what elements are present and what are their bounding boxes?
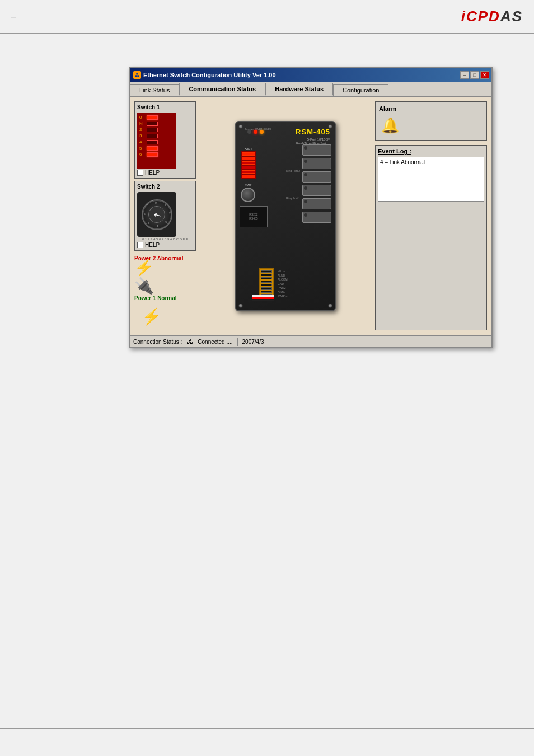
sw1-led-6: [147, 152, 158, 157]
sw1-led-3: [147, 134, 158, 138]
power1-icon: ⚡: [142, 307, 161, 326]
connection-status: Connected ....: [198, 339, 232, 345]
device-model: RSM-405: [296, 128, 330, 136]
sw1-row-3: 3: [139, 133, 174, 138]
event-entry-0: 4 – Link Abnormal: [380, 159, 482, 165]
switch2-box: Switch 2 0 1 2 3 4 5 6: [134, 181, 196, 251]
device-sw1-box: [241, 151, 256, 179]
sw1-row-n: N: [139, 121, 174, 126]
close-button[interactable]: ✕: [480, 71, 489, 79]
device-sw1-area: SW1: [241, 147, 256, 179]
switch2-help-checkbox[interactable]: [137, 242, 143, 248]
maximize-button[interactable]: □: [470, 71, 479, 79]
title-bar: 🖧 Ethernet Switch Configuration Utility …: [130, 68, 491, 82]
dsw1-row6: [242, 175, 255, 178]
sw1-led-0: [147, 115, 158, 120]
switch1-display: 0 N 2 3 4: [137, 113, 176, 169]
device-port-5: [302, 158, 331, 169]
tab-hw-status[interactable]: Hardware Status: [265, 83, 333, 96]
power2-status: Power 2 Abnormal ⚡🔌: [134, 255, 196, 291]
sw1-row-0: 0: [139, 115, 174, 120]
conn-row-6: [261, 287, 272, 290]
power1-label: Power 1 Normal: [134, 295, 196, 301]
app-icon: 🖧: [133, 71, 141, 79]
conn-row-4: [261, 281, 272, 283]
device-serial-box: RS232RS485: [240, 206, 268, 227]
event-log-box: Event Log : 4 – Link Abnormal: [375, 145, 487, 330]
sw1-row-2: 2: [139, 127, 174, 132]
switch2-title: Switch 2: [137, 184, 193, 190]
wires-group: [252, 295, 274, 302]
bottom-bar: [0, 728, 534, 756]
dsw1-row5: [242, 170, 255, 174]
sw1-led-5: [147, 146, 158, 151]
center-panel: Master PWR1 PWR2 RSM-405 5-Port 10/100M …: [200, 101, 371, 330]
sw1-led-n: [147, 122, 158, 126]
dsw1-row3: [242, 161, 255, 165]
device-port-4: [302, 171, 331, 183]
wire-red: [252, 297, 274, 299]
event-log-content: 4 – Link Abnormal: [378, 157, 484, 202]
device-sw1-label: SW1: [241, 147, 256, 151]
sw1-row-4: 4: [139, 139, 174, 144]
sw1-label-n: N: [139, 121, 145, 126]
dsw1-row2: [242, 157, 255, 160]
switch1-help-checkbox[interactable]: [137, 170, 143, 176]
ring-port-labels: Ring Port 2 Ring Port 1: [286, 167, 300, 202]
svg-text:3: 3: [165, 221, 167, 224]
svg-text:8: 8: [152, 199, 153, 203]
sw1-row-5: 5: [139, 146, 174, 151]
svg-text:1: 1: [165, 203, 166, 207]
rotary-dial: 0 1 2 3 4 5 6 7 8 ↖: [142, 199, 172, 230]
conn-row-3: [261, 277, 272, 279]
minimize-button[interactable]: –: [460, 71, 469, 79]
wire-black: [252, 300, 274, 301]
main-window: 🖧 Ethernet Switch Configuration Utility …: [129, 67, 493, 348]
dash-label: –: [11, 12, 16, 22]
status-divider: [237, 338, 238, 346]
wire-white: [252, 295, 274, 297]
connector-rows: [260, 269, 273, 297]
device-ports-area: [302, 144, 331, 223]
switch1-help-row: HELP: [137, 170, 193, 176]
device-port-2: [302, 198, 331, 209]
switch1-help-label: HELP: [145, 170, 160, 176]
switch1-title: Switch 1: [137, 104, 193, 110]
sw1-label-0: 0: [139, 115, 145, 120]
conn-row-1: [261, 270, 272, 273]
device-image: Master PWR1 PWR2 RSM-405 5-Port 10/100M …: [235, 121, 336, 311]
switch1-box: Switch 1 0 N 2 3: [134, 101, 196, 179]
conn-row-7: [261, 291, 272, 293]
left-panel: Switch 1 0 N 2 3: [134, 101, 196, 330]
conn-row-2: [261, 274, 272, 276]
icpdas-logo: iCPDAS: [461, 8, 523, 25]
device-sw2-area: SW2: [241, 184, 255, 202]
screw-br: [328, 304, 332, 308]
alarm-box: Alarm 🔔: [375, 101, 487, 141]
status-bar: Connection Status : 🖧 Connected .... 200…: [130, 335, 491, 347]
svg-text:4: 4: [157, 225, 158, 228]
connection-icon: 🖧: [186, 338, 193, 346]
dsw1-row4: [242, 166, 255, 169]
switch2-help-label: HELP: [145, 242, 160, 248]
dial-numbers-label: 0 1 2 3 4 5 6 7 8 9 A B C D E F: [142, 237, 188, 241]
dsw1-row1: [242, 152, 255, 156]
event-log-title: Event Log :: [378, 148, 484, 155]
main-content: Switch 1 0 N 2 3: [130, 97, 491, 335]
switch2-help-row: HELP: [137, 242, 193, 248]
tab-comm-status[interactable]: Communication Status: [179, 83, 265, 96]
tab-configuration[interactable]: Configuration: [333, 84, 388, 96]
svg-text:6: 6: [144, 212, 146, 216]
device-port-1: [302, 212, 331, 223]
device-serial-label: RS232RS485: [249, 213, 257, 221]
tab-link-status[interactable]: Link Status: [130, 84, 179, 96]
alarm-title: Alarm: [379, 105, 483, 112]
sw1-label-6: 6: [139, 152, 145, 157]
tab-bar: Link Status Communication Status Hardwar…: [130, 82, 491, 97]
connection-label: Connection Status :: [133, 339, 182, 345]
right-panel: Alarm 🔔 Event Log : 4 – Link Abnormal: [375, 101, 487, 330]
title-bar-left: 🖧 Ethernet Switch Configuration Utility …: [133, 71, 276, 79]
alarm-icon: 🔔: [379, 114, 401, 137]
svg-text:2: 2: [169, 212, 171, 215]
power2-icon-box: ⚡🔌: [134, 263, 168, 291]
